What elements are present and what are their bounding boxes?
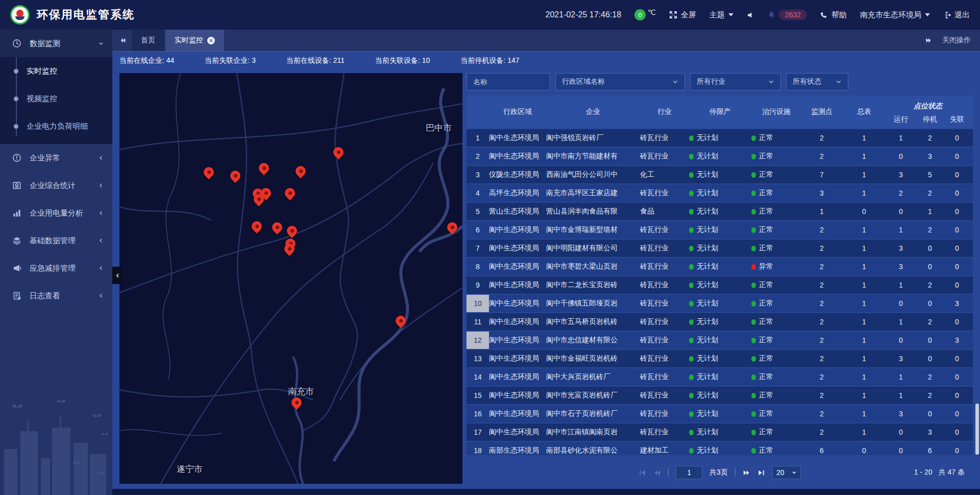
megaphone-icon	[12, 264, 23, 273]
company-cell: 阆中市光富页岩机砖厂	[546, 387, 640, 404]
table-row[interactable]: 5营山生态环境局营山县润丰肉食品有限食品无计划正常10010	[467, 203, 973, 220]
table-row[interactable]: 14阆中生态环境局阆中大兴页岩机砖厂砖瓦行业无计划正常21120	[467, 368, 973, 386]
app-root: 环保用电监管系统 2021-02-25 17:46:18 0 ℃ 全屏 主题 2…	[0, 0, 980, 495]
region-cell: 阆中生态环境局	[489, 350, 546, 367]
sound-button[interactable]	[747, 11, 754, 19]
stop-limit-text: 无计划	[697, 391, 718, 400]
logout-button[interactable]: 退出	[943, 10, 970, 20]
stat-value: 211	[333, 56, 345, 64]
map-panel[interactable]: 巴中市南充市遂宁市	[119, 73, 462, 484]
sidebar-subitem-0-0[interactable]: 实时监控	[0, 57, 112, 85]
org-dropdown[interactable]: 南充市生态环境局	[860, 10, 930, 20]
region-cell: 阆中生态环境局	[489, 240, 546, 257]
industry-cell: 砖瓦行业	[640, 332, 689, 349]
table-row[interactable]: 11阆中生态环境局阆中市五马桥页岩机砖砖瓦行业无计划正常21120	[467, 313, 973, 331]
sidebar-item-2[interactable]: 企业综合统计	[0, 172, 112, 199]
table-row[interactable]: 16阆中生态环境局阆中市石子页岩机砖厂砖瓦行业无计划正常21300	[467, 405, 973, 422]
tab-home[interactable]: 首页	[132, 30, 164, 51]
vertical-scrollbar-thumb[interactable]	[975, 404, 979, 455]
close-operations-button[interactable]: 关闭操作	[942, 36, 971, 45]
region-cell: 阆中生态环境局	[489, 276, 546, 294]
industry-cell: 砖瓦行业	[640, 148, 689, 165]
facility-status-cell: 正常	[751, 276, 801, 294]
chevron-left-icon	[115, 273, 120, 278]
offline-count-cell: 0	[944, 350, 970, 367]
last-page-button[interactable]	[757, 469, 765, 477]
status-dot-icon	[751, 356, 756, 362]
stop-limit-cell: 无计划	[689, 166, 751, 183]
stat-label: 当前在线设备	[286, 56, 333, 64]
fullscreen-button[interactable]: 全屏	[669, 10, 696, 20]
sidebar-item-4[interactable]: 基础数据管理	[0, 227, 112, 254]
page-number-input[interactable]	[676, 466, 702, 479]
total-meter-cell: 1	[842, 350, 886, 367]
facility-status-text: 正常	[759, 372, 773, 382]
table-row[interactable]: 9阆中生态环境局阆中市二龙长宝页岩砖砖瓦行业无计划正常21120	[467, 276, 973, 294]
sidebar-item-5[interactable]: 应急减排管理	[0, 254, 112, 282]
first-page-button[interactable]	[639, 469, 646, 477]
table-row[interactable]: 13阆中生态环境局阆中市金福旺页岩机砖砖瓦行业无计划正常21300	[467, 350, 973, 367]
layers-icon	[12, 236, 23, 245]
tab-realtime-monitor[interactable]: 实时监控 ✕	[165, 30, 224, 51]
region-cell: 阆中生态环境局	[489, 332, 546, 349]
total-meter-cell: 1	[842, 166, 886, 183]
col-monitor-points: 监测点	[801, 96, 842, 128]
running-count-cell: 1	[886, 368, 916, 386]
table-row[interactable]: 10阆中生态环境局阆中千佛镇五郎垭页岩砖瓦行业无计划正常21003	[467, 295, 973, 312]
pagination-bar: 共3页 20	[467, 461, 973, 484]
theme-dropdown[interactable]: 主题	[709, 10, 733, 20]
company-cell: 南充市高坪区王家店建	[546, 184, 640, 202]
sidebar-item-0[interactable]: 数据监测	[0, 30, 112, 57]
region-select[interactable]: 行政区域名称	[555, 73, 685, 90]
table-row[interactable]: 6阆中生态环境局阆中市金博瑞新型墙材砖瓦行业无计划正常21120	[467, 221, 973, 239]
table-row[interactable]: 2阆中生态环境局阆中市南方节能建材有砖瓦行业无计划正常21030	[467, 148, 973, 165]
close-icon[interactable]: ✕	[207, 37, 215, 44]
industry-cell: 建材加工	[640, 442, 689, 455]
offline-count-cell: 0	[944, 387, 970, 404]
page-size-select[interactable]: 20	[772, 466, 801, 479]
table-row[interactable]: 7阆中生态环境局阆中明阳建材有限公司砖瓦行业无计划正常21300	[467, 240, 973, 257]
tabs-scroll-left-button[interactable]	[119, 37, 127, 44]
sidebar-subitem-0-1[interactable]: 视频监控	[0, 85, 112, 112]
table-header: 行政区域 企业 行业 停限产 治污设施 监测点 总表 点位状态 运行	[467, 96, 973, 128]
stop-limit-cell: 无计划	[689, 387, 751, 404]
help-button[interactable]: 帮助	[820, 10, 847, 20]
sidebar-subitem-label: 企业电力负荷明细	[27, 122, 88, 131]
industry-cell: 砖瓦行业	[640, 258, 689, 275]
sidebar-item-6[interactable]: 日志查看	[0, 282, 112, 310]
total-meter-cell: 1	[842, 129, 886, 147]
map-city-label: 遂宁市	[177, 463, 203, 475]
offline-count-cell: 0	[944, 203, 970, 220]
name-search-input[interactable]	[467, 73, 550, 90]
table-row[interactable]: 8阆中生态环境局阆中市枣碧大梁山页岩砖瓦行业无计划异常21300	[467, 258, 973, 275]
table-row[interactable]: 4高坪生态环境局南充市高坪区王家店建砖瓦行业无计划正常31220	[467, 184, 973, 202]
table-row[interactable]: 15阆中生态环境局阆中市光富页岩机砖厂砖瓦行业无计划正常21120	[467, 387, 973, 404]
monitor-points-cell: 2	[801, 258, 842, 275]
prev-page-button[interactable]	[653, 469, 661, 477]
table-row[interactable]: 17阆中生态环境局阆中市江南镇阆南页岩砖瓦行业无计划正常21030	[467, 423, 973, 441]
next-page-button[interactable]	[743, 469, 750, 477]
bullet-dot-icon	[14, 124, 18, 129]
table-row[interactable]: 1阆中生态环境局阆中强锐页岩砖厂砖瓦行业无计划正常21120	[467, 129, 973, 147]
sidebar-item-1[interactable]: 企业异常	[0, 144, 112, 172]
status-dot-icon	[751, 374, 756, 380]
row-index-cell: 16	[467, 405, 489, 422]
industry-select[interactable]: 所有行业	[690, 73, 781, 90]
table-row[interactable]: 3仪陇生态环境局西南油气田分公司川中化工无计划正常71350	[467, 166, 973, 183]
row-index-cell: 5	[467, 203, 489, 220]
table-row[interactable]: 12阆中生态环境局阆中市忠信建材有限公砖瓦行业无计划正常21003	[467, 332, 973, 349]
tabs-scroll-right-button[interactable]	[925, 37, 932, 44]
table-row[interactable]: 18南部生态环境局南部县砂化水泥有限公建材加工无计划正常60060	[467, 442, 973, 455]
notifications[interactable]: 2632	[768, 10, 807, 20]
facility-status-cell: 正常	[751, 313, 801, 331]
sidebar-subitem-0-2[interactable]: 企业电力负荷明细	[0, 112, 112, 140]
industry-cell: 砖瓦行业	[640, 368, 689, 386]
offline-count-cell: 0	[944, 184, 970, 202]
sidebar-item-3[interactable]: 企业用电量分析	[0, 199, 112, 227]
stop-limit-cell: 无计划	[689, 423, 751, 441]
offline-count-cell: 0	[944, 129, 970, 147]
stop-limit-text: 无计划	[697, 262, 718, 271]
status-select[interactable]: 所有状态	[786, 73, 848, 90]
sidebar-collapse-handle[interactable]	[112, 267, 122, 284]
status-dot-icon	[689, 227, 694, 233]
